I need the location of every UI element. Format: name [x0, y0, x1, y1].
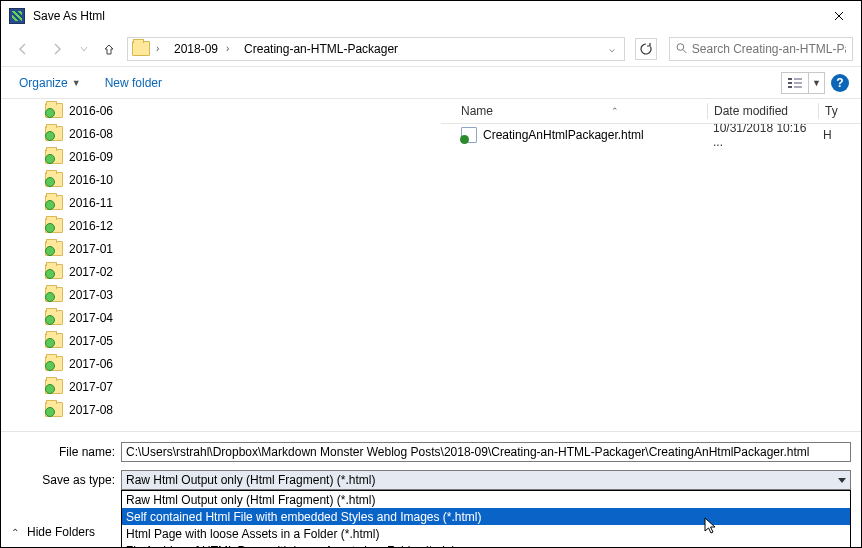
folder-icon — [45, 103, 63, 118]
filetype-combobox[interactable]: Raw Html Output only (Html Fragment) (*.… — [121, 470, 851, 490]
file-type: H — [817, 128, 847, 142]
view-icon — [782, 73, 808, 93]
tree-folder-item[interactable]: 2017-06 — [1, 352, 431, 375]
folder-label: 2017-06 — [69, 357, 113, 371]
tree-folder-item[interactable]: 2017-08 — [1, 398, 431, 421]
folder-label: 2016-06 — [69, 104, 113, 118]
tree-folder-item[interactable]: 2016-11 — [1, 191, 431, 214]
organize-label: Organize — [19, 76, 68, 90]
tree-folder-item[interactable]: 2017-01 — [1, 237, 431, 260]
tree-folder-item[interactable]: 2017-03 — [1, 283, 431, 306]
folder-label: 2016-12 — [69, 219, 113, 233]
folder-icon — [45, 356, 63, 371]
folder-icon — [45, 241, 63, 256]
folder-icon — [45, 195, 63, 210]
column-header-type[interactable]: Ty — [819, 104, 849, 118]
html-file-icon — [461, 127, 477, 143]
hide-folders-label: Hide Folders — [27, 525, 95, 539]
organize-button[interactable]: Organize ▼ — [13, 73, 87, 93]
up-button[interactable] — [97, 37, 121, 61]
chevron-right-icon[interactable]: › — [156, 43, 166, 54]
forward-button[interactable] — [43, 35, 71, 63]
svg-rect-2 — [794, 78, 802, 80]
chevron-down-icon[interactable]: ▼ — [808, 73, 824, 93]
folder-label: 2017-02 — [69, 265, 113, 279]
breadcrumb[interactable]: › 2018-09 › Creating-an-HTML-Packager ⌵ — [127, 37, 625, 61]
folder-label: 2016-10 — [69, 173, 113, 187]
folder-label: 2016-08 — [69, 127, 113, 141]
filetype-option[interactable]: Html Page with loose Assets in a Folder … — [122, 525, 850, 542]
chevron-down-icon: ▼ — [72, 78, 81, 88]
new-folder-button[interactable]: New folder — [99, 73, 168, 93]
file-name: CreatingAnHtmlPackager.html — [483, 128, 644, 142]
chevron-right-icon[interactable]: › — [226, 43, 236, 54]
svg-rect-5 — [788, 86, 792, 88]
tree-folder-item[interactable]: 2016-10 — [1, 168, 431, 191]
search-input[interactable] — [692, 42, 846, 56]
column-header-date[interactable]: Date modified — [708, 104, 818, 118]
folder-icon — [45, 310, 63, 325]
folder-label: 2017-03 — [69, 288, 113, 302]
folder-icon — [45, 264, 63, 279]
folder-label: 2017-08 — [69, 403, 113, 417]
view-options-button[interactable]: ▼ — [781, 72, 825, 94]
folder-icon — [45, 333, 63, 348]
filetype-option[interactable]: Zip Archive of HTML Page with loose Asse… — [122, 542, 850, 548]
folder-tree[interactable]: 2016-062016-082016-092016-102016-112016-… — [1, 99, 431, 431]
window-title: Save As Html — [33, 9, 819, 23]
hide-folders-button[interactable]: ⌃ Hide Folders — [11, 525, 95, 539]
folder-label: 2017-07 — [69, 380, 113, 394]
svg-point-0 — [677, 44, 684, 51]
svg-rect-1 — [788, 78, 792, 80]
file-list[interactable]: CreatingAnHtmlPackager.html10/31/2018 10… — [441, 124, 861, 431]
folder-icon — [132, 41, 150, 56]
tree-folder-item[interactable]: 2017-05 — [1, 329, 431, 352]
app-icon — [9, 8, 25, 24]
filetype-option[interactable]: Raw Html Output only (Html Fragment) (*.… — [122, 491, 850, 508]
folder-label: 2016-11 — [69, 196, 113, 210]
filename-input[interactable] — [121, 442, 851, 462]
folder-icon — [45, 149, 63, 164]
chevron-up-icon: ⌃ — [11, 527, 19, 538]
tree-folder-item[interactable]: 2017-04 — [1, 306, 431, 329]
filetype-option[interactable]: Self contained Html File with embedded S… — [122, 508, 850, 525]
tree-folder-item[interactable]: 2016-12 — [1, 214, 431, 237]
tree-folder-item[interactable]: 2016-06 — [1, 99, 431, 122]
tree-folder-item[interactable]: 2017-02 — [1, 260, 431, 283]
splitter[interactable] — [431, 99, 441, 431]
sort-indicator-icon: ⌃ — [611, 106, 619, 116]
folder-label: 2016-09 — [69, 150, 113, 164]
close-button[interactable] — [819, 2, 859, 30]
search-field[interactable] — [669, 37, 853, 61]
breadcrumb-segment[interactable]: 2018-09 — [170, 38, 222, 60]
tree-folder-item[interactable]: 2016-08 — [1, 122, 431, 145]
folder-icon — [45, 287, 63, 302]
folder-label: 2017-04 — [69, 311, 113, 325]
back-button[interactable] — [9, 35, 37, 63]
folder-label: 2017-01 — [69, 242, 113, 256]
filetype-label: Save as type: — [11, 473, 121, 487]
filetype-dropdown-list[interactable]: Raw Html Output only (Html Fragment) (*.… — [121, 490, 851, 548]
refresh-button[interactable] — [635, 38, 657, 60]
breadcrumb-segment[interactable]: Creating-an-HTML-Packager — [240, 38, 402, 60]
help-button[interactable]: ? — [831, 74, 849, 92]
file-date: 10/31/2018 10:16 ... — [707, 124, 817, 149]
folder-icon — [45, 402, 63, 417]
tree-folder-item[interactable]: 2017-07 — [1, 375, 431, 398]
folder-icon — [45, 126, 63, 141]
svg-rect-3 — [788, 82, 792, 84]
tree-folder-item[interactable]: 2016-09 — [1, 145, 431, 168]
folder-icon — [45, 218, 63, 233]
breadcrumb-dropdown[interactable]: ⌵ — [602, 38, 620, 60]
filename-label: File name: — [11, 445, 121, 459]
folder-icon — [45, 379, 63, 394]
folder-icon — [45, 172, 63, 187]
svg-rect-4 — [794, 82, 802, 84]
svg-rect-6 — [794, 86, 802, 88]
folder-label: 2017-05 — [69, 334, 113, 348]
column-header-name[interactable]: Name⌃ — [455, 104, 707, 118]
recent-locations-dropdown[interactable] — [77, 35, 91, 63]
file-row[interactable]: CreatingAnHtmlPackager.html10/31/2018 10… — [441, 124, 861, 146]
search-icon — [676, 42, 688, 55]
